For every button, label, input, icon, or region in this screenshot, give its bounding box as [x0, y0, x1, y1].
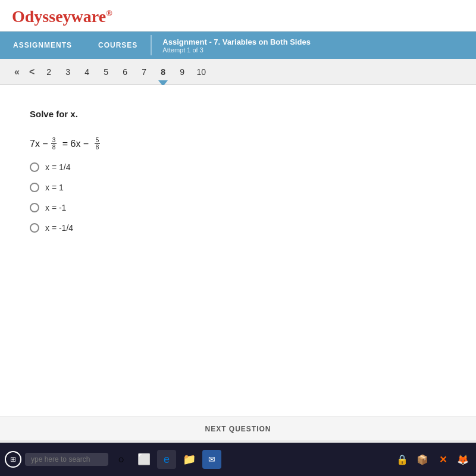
main-content: Solve for x. 7x − 3 8 = 6x − 5 8 x = 1/4… [0, 85, 476, 418]
assignment-title: Assignment - 7. Variables on Both Sides [162, 37, 311, 46]
fraction-3-8: 3 8 [51, 137, 57, 151]
taskbar-lock-icon[interactable]: 🔒 [394, 451, 411, 468]
radio-d[interactable] [30, 223, 39, 233]
fraction-5-8: 5 8 [95, 137, 101, 151]
taskbar-mail-icon[interactable]: ✉ [202, 450, 221, 469]
option-a[interactable]: x = 1/4 [30, 162, 446, 172]
pagination-bar: « < 2 3 4 5 6 7 8 9 10 [0, 59, 476, 85]
equation: 7x − 3 8 = 6x − 5 8 [30, 137, 446, 151]
radio-b[interactable] [30, 183, 39, 192]
logo: Odysseyware® [12, 7, 112, 26]
courses-tab[interactable]: COURSES [85, 32, 151, 59]
page-5[interactable]: 5 [96, 65, 115, 79]
page-8[interactable]: 8 [154, 65, 173, 79]
page-2[interactable]: 2 [39, 65, 58, 79]
taskbar-search-input[interactable] [25, 453, 108, 466]
page-10[interactable]: 10 [192, 65, 211, 79]
taskbar-firefox-icon[interactable]: 🦊 [455, 451, 471, 468]
next-question-button[interactable]: NEXT QUESTION [205, 425, 271, 433]
page-3[interactable]: 3 [58, 65, 77, 79]
page-9[interactable]: 9 [173, 65, 192, 79]
taskbar: ⊞ ○ ⬜ e 📁 ✉ 🔒 📦 ✕ 🦊 [0, 443, 476, 476]
radio-a[interactable] [30, 162, 39, 172]
option-a-label: x = 1/4 [45, 162, 70, 172]
nav-bar: ASSIGNMENTS COURSES Assignment - 7. Vari… [0, 32, 476, 59]
option-b[interactable]: x = 1 [30, 183, 446, 192]
taskbar-cortana-icon[interactable]: ○ [112, 450, 131, 469]
taskbar-x-icon[interactable]: ✕ [434, 451, 451, 468]
taskbar-right-icons: 🔒 📦 ✕ 🦊 [394, 451, 471, 468]
question-prompt: Solve for x. [30, 109, 446, 119]
page-7[interactable]: 7 [134, 65, 154, 79]
first-page-btn[interactable]: « [10, 67, 24, 77]
taskbar-explorer-icon[interactable]: 📁 [180, 450, 199, 469]
taskbar-dropbox-icon[interactable]: 📦 [414, 451, 431, 468]
header: Odysseyware® [0, 0, 476, 32]
assignments-tab[interactable]: ASSIGNMENTS [0, 32, 85, 59]
option-c-label: x = -1 [45, 203, 66, 212]
answer-options: x = 1/4 x = 1 x = -1 x = -1/4 [30, 162, 446, 233]
option-d[interactable]: x = -1/4 [30, 223, 446, 233]
taskbar-task-view-icon[interactable]: ⬜ [134, 450, 154, 469]
option-b-label: x = 1 [45, 183, 64, 192]
page-6[interactable]: 6 [115, 65, 134, 79]
attempt-label: Attempt 1 of 3 [162, 46, 311, 54]
assignment-info: Assignment - 7. Variables on Both Sides … [152, 32, 321, 59]
page-4[interactable]: 4 [77, 65, 96, 79]
prev-page-btn[interactable]: < [24, 67, 39, 77]
option-d-label: x = -1/4 [45, 223, 73, 233]
option-c[interactable]: x = -1 [30, 203, 446, 212]
bottom-bar: NEXT QUESTION [0, 416, 476, 440]
windows-start-icon[interactable]: ⊞ [5, 451, 21, 468]
nav-tabs: ASSIGNMENTS COURSES [0, 32, 151, 59]
taskbar-edge-icon[interactable]: e [157, 450, 176, 469]
radio-c[interactable] [30, 203, 39, 212]
